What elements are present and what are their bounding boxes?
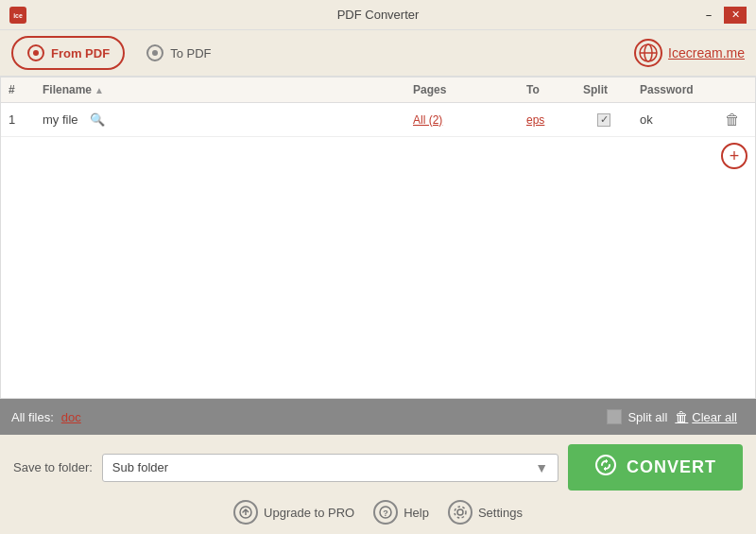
svg-text:ice: ice (13, 12, 23, 19)
col-password: Password (632, 78, 717, 102)
tab-bar: From PDF To PDF (11, 36, 226, 70)
header: From PDF To PDF Icecream.me (0, 30, 756, 77)
table-row: 1 my file 🔍 All (2) eps ✓ ok 🗑 (1, 103, 755, 137)
from-pdf-icon (26, 43, 45, 62)
footer-format-link[interactable]: doc (61, 410, 81, 424)
upgrade-button[interactable]: Upgrade to PRO (233, 500, 354, 525)
sort-arrow-icon: ▲ (94, 85, 104, 95)
split-all-container: Split all (607, 409, 667, 424)
cell-split: ✓ (576, 108, 632, 132)
add-file-button[interactable]: + (721, 143, 747, 169)
svg-point-5 (152, 50, 158, 56)
folder-value: Sub folder (112, 460, 168, 474)
svg-point-9 (596, 456, 615, 474)
trash-icon: 🗑 (675, 409, 688, 424)
save-label: Save to folder: (13, 460, 93, 474)
cell-to: eps (519, 108, 576, 132)
app-title: PDF Converter (337, 8, 420, 22)
col-num: # (1, 78, 35, 102)
all-files-label: All files: (11, 410, 54, 424)
tab-to-pdf[interactable]: To PDF (130, 36, 226, 70)
svg-point-13 (457, 509, 463, 515)
convert-refresh-icon (594, 454, 617, 481)
app-icon: ice (9, 7, 26, 24)
minimize-button[interactable]: − (697, 7, 720, 24)
titlebar-controls: − ✕ (697, 7, 747, 24)
col-actions (717, 78, 755, 102)
convert-label: CONVERT (627, 457, 716, 477)
settings-button[interactable]: Settings (448, 500, 523, 525)
help-icon: ? (373, 500, 398, 525)
col-filename: Filename ▲ (35, 78, 405, 102)
tab-from-pdf[interactable]: From PDF (11, 36, 125, 70)
col-pages: Pages (405, 78, 519, 102)
footer-bar: All files: doc Split all 🗑 Clear all (0, 399, 756, 435)
titlebar: ice PDF Converter − ✕ (0, 0, 756, 30)
dropdown-icon: ▼ (535, 460, 548, 475)
delete-row-button[interactable]: 🗑 (725, 112, 740, 129)
save-row: Save to folder: Sub folder ▼ CONVERT (13, 444, 743, 491)
table-header: # Filename ▲ Pages To Split Password (1, 78, 755, 103)
split-all-checkbox[interactable] (607, 409, 622, 424)
close-button[interactable]: ✕ (724, 7, 747, 24)
table-body: 1 my file 🔍 All (2) eps ✓ ok 🗑 (1, 103, 755, 398)
convert-button[interactable]: CONVERT (568, 444, 743, 491)
clear-all-button[interactable]: 🗑 Clear all (675, 409, 737, 424)
cell-pages: All (2) (405, 108, 519, 132)
col-to: To (519, 78, 576, 102)
svg-point-3 (33, 50, 39, 56)
to-pdf-icon (146, 43, 164, 62)
cell-num: 1 (1, 107, 35, 132)
brand-icon (634, 39, 662, 67)
col-split: Split (576, 78, 632, 102)
search-icon[interactable]: 🔍 (90, 112, 105, 127)
settings-icon (448, 500, 472, 525)
format-link[interactable]: eps (526, 113, 544, 127)
help-button[interactable]: ? Help (373, 500, 429, 525)
file-table: # Filename ▲ Pages To Split Password 1 m… (0, 77, 756, 399)
brand-link[interactable]: Icecream.me (634, 39, 745, 67)
cell-password: ok (632, 107, 717, 132)
titlebar-left: ice (9, 7, 26, 24)
cell-delete: 🗑 (717, 106, 755, 134)
svg-text:?: ? (383, 508, 388, 518)
split-all-label: Split all (627, 410, 667, 424)
pages-link[interactable]: All (2) (413, 113, 442, 127)
svg-point-14 (455, 507, 466, 518)
split-checkbox[interactable]: ✓ (597, 113, 610, 127)
folder-selector[interactable]: Sub folder ▼ (102, 454, 558, 482)
action-row: Upgrade to PRO ? Help Settings (13, 500, 743, 525)
bottom-section: Save to folder: Sub folder ▼ CONVERT (0, 435, 756, 534)
cell-filename: my file 🔍 (35, 107, 405, 132)
upgrade-icon (233, 500, 258, 525)
